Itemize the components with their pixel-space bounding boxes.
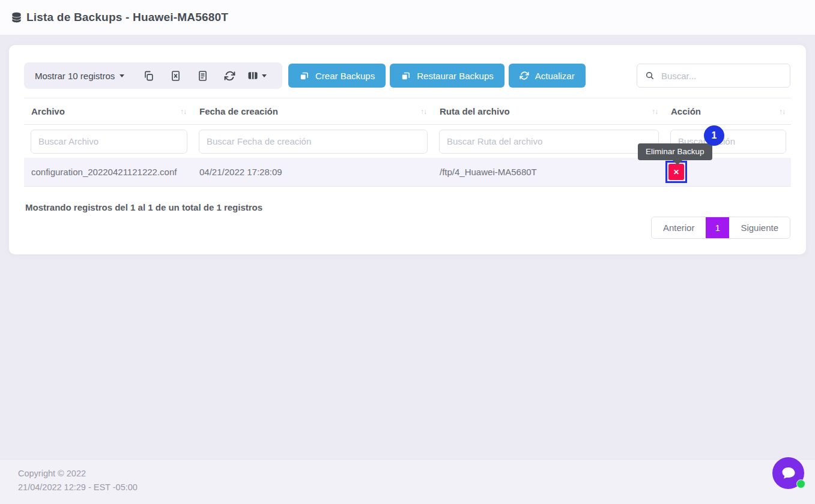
create-backups-button[interactable]: Crear Backups	[288, 64, 386, 88]
sort-icon: ↑↓	[180, 107, 186, 116]
filter-input-archivo[interactable]	[31, 130, 187, 154]
column-label: Fecha de creación	[199, 106, 278, 116]
column-label: Archivo	[31, 106, 65, 116]
chevron-down-icon	[120, 74, 124, 77]
copy-icon	[143, 70, 154, 82]
cell-fecha-creacion: 04/21/2022 17:28:09	[192, 167, 432, 177]
save-icon	[401, 71, 411, 81]
search-input[interactable]	[661, 71, 782, 81]
pagination: Anterior 1 Siguiente	[651, 217, 790, 239]
restore-backups-label: Restaurar Backups	[417, 71, 494, 81]
file-lines-icon	[197, 70, 208, 82]
search-box	[637, 64, 790, 88]
cell-ruta-archivo: /ftp/4_Huawei-MA5680T	[432, 167, 664, 177]
copy-button[interactable]	[135, 62, 162, 89]
backups-table: Archivo ↑↓ Fecha de creación ↑↓ Ruta del…	[24, 98, 791, 187]
next-page-button[interactable]: Siguiente	[729, 217, 790, 238]
refresh-icon	[224, 70, 235, 82]
online-status-dot	[796, 479, 805, 488]
excel-export-button[interactable]	[162, 62, 189, 89]
previous-page-button[interactable]: Anterior	[652, 217, 706, 238]
excel-icon	[170, 70, 181, 82]
create-backups-label: Crear Backups	[315, 71, 375, 81]
sort-icon: ↑↓	[420, 107, 426, 116]
save-icon	[299, 71, 309, 81]
chat-widget-button[interactable]	[772, 457, 804, 489]
column-header-accion[interactable]: Acción ↑↓	[664, 106, 791, 116]
sort-icon: ↑↓	[652, 107, 658, 116]
filter-input-ruta[interactable]	[439, 130, 659, 154]
chevron-down-icon	[262, 74, 267, 77]
length-menu-button[interactable]: Mostrar 10 registros	[35, 71, 124, 81]
datatable-buttons-group: Mostrar 10 registros	[24, 62, 282, 89]
length-menu-label: Mostrar 10 registros	[35, 71, 115, 81]
columns-icon	[247, 70, 259, 82]
update-label: Actualizar	[535, 71, 575, 81]
annotation-badge: 1	[704, 125, 724, 146]
file-export-button[interactable]	[189, 62, 216, 89]
database-icon	[11, 11, 22, 24]
close-icon: ✕	[673, 169, 679, 176]
tooltip-eliminar-backup: Eliminar Backup	[638, 143, 712, 160]
table-info: Mostrando registros del 1 al 1 de un tot…	[25, 202, 262, 212]
delete-backup-button[interactable]: ✕	[668, 164, 684, 180]
column-header-ruta[interactable]: Ruta del archivo ↑↓	[432, 106, 664, 116]
cell-archivo: configuration_20220421121222.conf	[24, 167, 192, 177]
column-visibility-button[interactable]	[243, 62, 270, 89]
reload-button[interactable]	[216, 62, 243, 89]
topbar: Lista de Backups - Huawei-MA5680T	[0, 0, 815, 35]
table-toolbar: Mostrar 10 registros	[24, 62, 790, 89]
cell-accion: ✕	[664, 161, 791, 183]
restore-backups-button[interactable]: Restaurar Backups	[390, 64, 504, 88]
filter-input-fecha[interactable]	[199, 130, 428, 154]
column-label: Acción	[671, 106, 701, 116]
footer: Copyright © 2022 21/04/2022 12:29 - EST …	[0, 459, 815, 504]
column-header-fecha[interactable]: Fecha de creación ↑↓	[192, 106, 432, 116]
copyright-text: Copyright © 2022	[18, 467, 815, 481]
page-title: Lista de Backups - Huawei-MA5680T	[26, 11, 228, 24]
table-header-row: Archivo ↑↓ Fecha de creación ↑↓ Ruta del…	[24, 98, 791, 125]
sort-icon: ↑↓	[779, 107, 785, 116]
chat-bubble-icon	[780, 465, 798, 482]
search-icon	[645, 70, 655, 81]
update-button[interactable]: Actualizar	[509, 64, 586, 88]
column-label: Ruta del archivo	[440, 106, 510, 116]
datetime-text: 21/04/2022 12:29 - EST -05:00	[18, 481, 815, 494]
column-header-archivo[interactable]: Archivo ↑↓	[24, 106, 192, 116]
current-page-button[interactable]: 1	[706, 217, 729, 238]
sync-icon	[520, 71, 529, 80]
